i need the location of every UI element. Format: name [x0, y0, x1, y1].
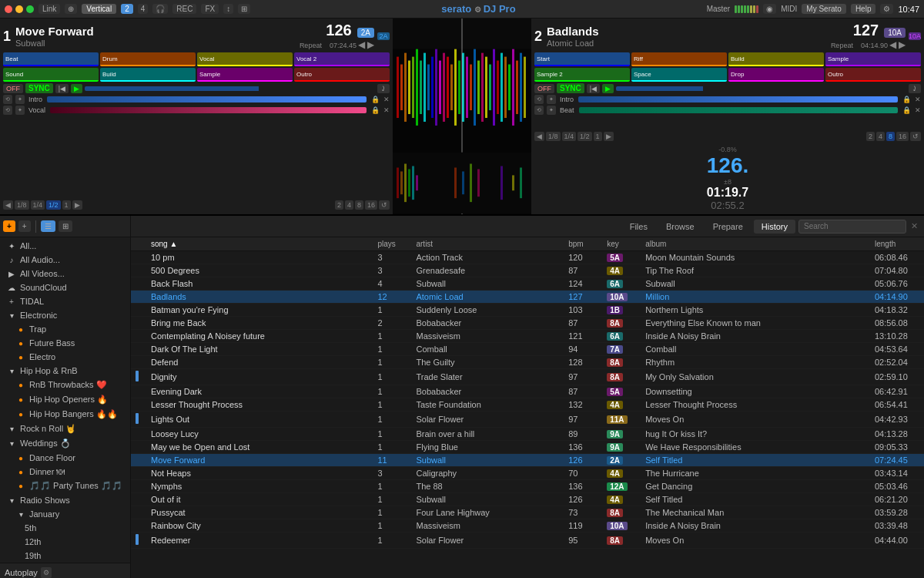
deck1-prev[interactable]: |◀ [55, 84, 69, 93]
deck1-8[interactable]: 8 [355, 200, 363, 210]
table-row[interactable]: Not Heaps3Caligraphy704AThe Hurricane03:… [131, 467, 924, 480]
deck2-pad-sample[interactable]: Sample [825, 52, 921, 66]
add-button[interactable]: + [3, 220, 15, 232]
sidebar-item-january[interactable]: ▾ January [0, 507, 130, 521]
deck2-close[interactable]: ✕ [915, 96, 921, 103]
sidebar-item-weddings[interactable]: ▾ Weddings 💍 [0, 436, 130, 451]
close-button[interactable] [5, 5, 12, 13]
deck2-1[interactable]: 1 [594, 132, 602, 141]
deck1-1-8[interactable]: 1/8 [15, 200, 29, 210]
table-row[interactable]: Rainbow City1Massiveism11910AInside A No… [131, 519, 924, 533]
deck1-pad-build[interactable]: Build [100, 68, 196, 82]
search-clear-button[interactable]: ✕ [909, 221, 919, 231]
deck1-off[interactable]: OFF [3, 84, 23, 93]
sidebar-item-12th[interactable]: 12th [0, 535, 130, 549]
table-row[interactable]: Bring me Back2Bobabacker878AEverything E… [131, 317, 924, 330]
table-row[interactable]: 10 pm3Action Track1205AMoon Mountain Sou… [131, 251, 924, 264]
rec-button[interactable]: REC [172, 4, 196, 14]
sidebar-item-electronic[interactable]: ▾ Electronic [0, 308, 130, 322]
sidebar-item-all[interactable]: ✦ All... [0, 239, 130, 253]
autoplay-icon[interactable]: ⚙ [41, 567, 52, 578]
deck1-cue[interactable]: ⤸ [377, 84, 390, 93]
vertical-button[interactable]: Vertical [82, 4, 116, 14]
col-artist[interactable]: artist [411, 237, 564, 251]
num4-button[interactable]: 4 [138, 4, 149, 14]
deck1-pad-beat[interactable]: Beat [3, 52, 99, 66]
deck1-close2[interactable]: ✕ [383, 106, 390, 114]
table-row[interactable]: Redeemer1Solar Flower958AMoves On04:44.0… [131, 533, 924, 549]
sidebar-item-audio[interactable]: ♪ All Audio... [0, 253, 130, 267]
table-row[interactable]: Evening Dark1Bobabacker875ADownsetting06… [131, 385, 924, 398]
table-row[interactable]: Contemplating A Noisey future1Massiveism… [131, 330, 924, 343]
deck2-pad-build[interactable]: Build [728, 52, 824, 66]
deck2-off[interactable]: OFF [534, 84, 554, 93]
sidebar-item-dancefloor[interactable]: ● Dance Floor [0, 451, 130, 465]
minimize-button[interactable] [15, 5, 23, 13]
my-serato-button[interactable]: My Serato [802, 4, 846, 14]
deck1-pad-sample[interactable]: Sample [197, 68, 293, 82]
sidebar-item-dinner[interactable]: ● Dinner 🍽 [0, 465, 130, 479]
deck2-play[interactable]: ▶ [602, 84, 614, 93]
deck2-loop-right[interactable]: ▶ [604, 132, 614, 141]
deck1-sync[interactable]: SYNC [25, 83, 53, 93]
col-length[interactable]: length [870, 237, 924, 251]
deck2-loop-btn[interactable]: ↺ [910, 132, 921, 141]
grid-view-btn[interactable]: ⊞ [59, 220, 72, 232]
search-input[interactable] [798, 220, 906, 234]
deck1-2[interactable]: 2 [335, 200, 343, 210]
table-row[interactable]: Lights Out1Solar Flower9711AMoves On04:4… [131, 412, 924, 428]
col-song[interactable]: song ▲ [146, 237, 373, 251]
deck2-nav-left[interactable]: ◀ [889, 39, 896, 50]
link-button[interactable]: Link [38, 4, 60, 14]
deck1-close[interactable]: ✕ [383, 96, 390, 103]
sidebar-item-video[interactable]: ▶ All Videos... [0, 267, 130, 281]
deck2-pad-outro[interactable]: Outro [825, 68, 921, 82]
table-row[interactable]: Dignity1Trade Slater978AMy Only Salvatio… [131, 369, 924, 385]
deck1-pad-outro[interactable]: Outro [294, 68, 390, 82]
sidebar-item-hiphop[interactable]: ▾ Hip Hop & RnB [0, 364, 130, 378]
table-row[interactable]: Badlands12Atomic Load12710AMillion04:14.… [131, 291, 924, 304]
deck1-lock[interactable]: 🔒 [371, 96, 380, 103]
deck1-pad-drum[interactable]: Drum [100, 52, 196, 66]
col-key[interactable]: key [602, 237, 641, 251]
col-bpm[interactable]: bpm [564, 237, 602, 251]
sidebar-item-trap[interactable]: ● Trap [0, 322, 130, 336]
deck1-pad-sound[interactable]: Sound [3, 68, 99, 82]
deck1-lock2[interactable]: 🔒 [371, 106, 380, 114]
sidebar-item-5th[interactable]: 5th [0, 521, 130, 535]
deck2-2[interactable]: 2 [866, 132, 875, 141]
deck1-1-2[interactable]: 1/2 [46, 200, 61, 210]
sidebar-item-hipopeners[interactable]: ● Hip Hop Openers 🔥 [0, 392, 130, 407]
table-row[interactable]: May we be Open and Lost1Flying Blue1369A… [131, 441, 924, 454]
deck2-nav-right[interactable]: ▶ [899, 39, 906, 50]
deck2-8[interactable]: 8 [886, 132, 895, 141]
deck1-loop-right[interactable]: ▶ [72, 200, 82, 210]
tab-prepare[interactable]: Prepare [705, 220, 751, 234]
deck1-pad-vocal2[interactable]: Vocal 2 [294, 52, 390, 66]
deck2-pad-drop[interactable]: Drop [728, 68, 824, 82]
table-row[interactable]: Out of it1Subwall1264ASelf Titled06:21.2… [131, 493, 924, 506]
col-plays[interactable]: plays [373, 237, 411, 251]
sidebar-item-rock[interactable]: ▾ Rock n Roll 🤘 [0, 422, 130, 436]
col-album[interactable]: album [641, 237, 870, 251]
table-row[interactable]: 500 Degrees3Grenadesafe874ATip The Roof0… [131, 264, 924, 277]
deck2-lock[interactable]: 🔒 [902, 96, 911, 103]
deck2-cue[interactable]: ⤸ [909, 84, 921, 93]
sidebar-item-future-bass[interactable]: ● Future Bass [0, 336, 130, 350]
deck1-1-4[interactable]: 1/4 [31, 200, 45, 210]
deck2-pad-start[interactable]: Start [534, 52, 630, 66]
table-row[interactable]: Move Forward11Subwall1262ASelf Titled07:… [131, 454, 924, 467]
sidebar-item-radioshows[interactable]: ▾ Radio Shows [0, 493, 130, 507]
deck2-4[interactable]: 4 [876, 132, 885, 141]
help-button[interactable]: Help [851, 4, 876, 14]
deck2-lock2[interactable]: 🔒 [902, 106, 911, 114]
deck2-1-8[interactable]: 1/8 [546, 132, 561, 141]
table-row[interactable]: Pussycat1Four Lane Highway738AThe Mechan… [131, 506, 924, 519]
table-row[interactable]: Lesser Thought Process1Taste Foundation1… [131, 398, 924, 412]
table-row[interactable]: Back Flash4Subwall1246ASubwall05:06.76 [131, 277, 924, 291]
deck1-loop-btn[interactable]: ↺ [379, 200, 390, 210]
deck1-1[interactable]: 1 [62, 200, 71, 210]
sidebar-item-hipbangers[interactable]: ● Hip Hop Bangers 🔥🔥 [0, 407, 130, 422]
table-row[interactable]: Dark Of The Light1Comball947AComball04:5… [131, 343, 924, 356]
deck2-prev[interactable]: |◀ [587, 84, 600, 93]
